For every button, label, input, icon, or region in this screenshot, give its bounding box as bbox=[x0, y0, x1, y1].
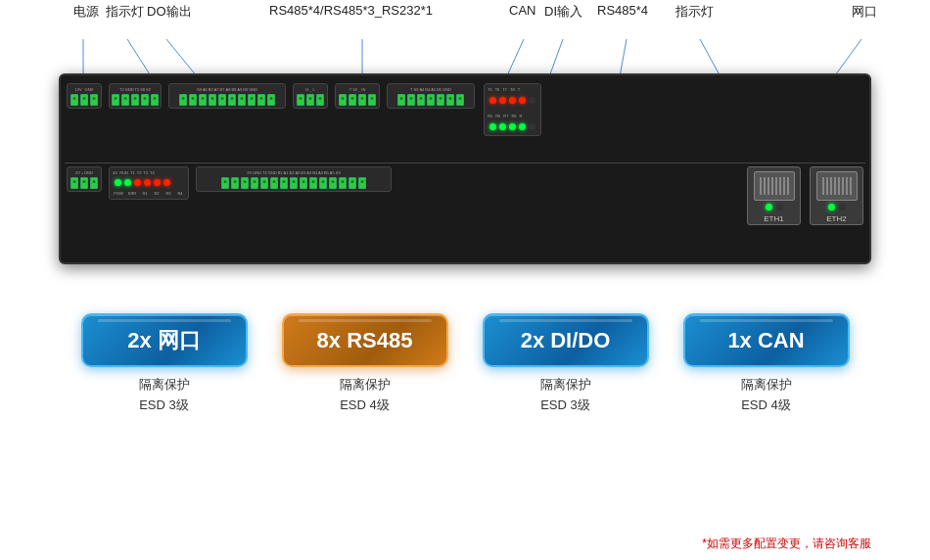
pin bbox=[248, 94, 256, 106]
led-t2 bbox=[144, 179, 151, 186]
eth2-port-lines bbox=[822, 177, 852, 195]
pin bbox=[309, 177, 317, 189]
di-terminal: T S2 _ IN bbox=[335, 83, 380, 109]
led-t8 bbox=[519, 97, 526, 104]
pin bbox=[241, 177, 249, 189]
led-t4 bbox=[163, 179, 170, 186]
card-text-dido: 隔离保护 ESD 3级 bbox=[540, 375, 591, 416]
label-indicator2: 指示灯 bbox=[675, 3, 714, 21]
pin bbox=[231, 177, 239, 189]
card-can: 1x CAN 隔离保护 ESD 4级 bbox=[675, 313, 857, 416]
eth1-led1 bbox=[766, 204, 772, 210]
eth1-leds bbox=[766, 204, 783, 210]
pin bbox=[257, 94, 265, 106]
rs485-group1-terminal: S9 A6 B6 A7 B7 A8 B8 A9 B9 GND bbox=[168, 83, 286, 109]
pin bbox=[238, 94, 246, 106]
card-network: 2x 网口 隔离保护 ESD 3级 bbox=[73, 313, 255, 416]
led-t bbox=[529, 97, 535, 104]
pin bbox=[70, 94, 78, 106]
led-panel-top: T5 T6 T7 T8 T R5 R6 R7 bbox=[484, 83, 541, 136]
label-do-out: DO输出 bbox=[147, 3, 192, 21]
pin bbox=[179, 94, 187, 106]
card-badge-network: 2x 网口 bbox=[81, 313, 248, 367]
card-dido: 2x DI/DO 隔离保护 ESD 3级 bbox=[475, 313, 656, 416]
top-labels-area: 电源 指示灯 DO输出 RS485*4/RS485*3_RS232*1 CAN … bbox=[0, 0, 930, 59]
pin bbox=[339, 94, 347, 106]
pin bbox=[112, 94, 119, 106]
power-terminal: 12V GND bbox=[67, 83, 102, 109]
pin bbox=[358, 94, 366, 106]
led-r bbox=[529, 123, 535, 130]
led-t7 bbox=[509, 97, 516, 104]
pin bbox=[397, 94, 405, 106]
led-r5 bbox=[489, 123, 496, 130]
device-box: 12V GND T2 GND T5 S8 S2 bbox=[59, 73, 871, 264]
label-rs485-combo: RS485*4/RS485*3_RS232*1 bbox=[269, 3, 433, 18]
rs485-bottom-terminal: 2V GND T2 GND B1 A1 B2 A2 B3 A3 B4 A4 B5… bbox=[196, 166, 392, 192]
device-bottom-row: 2V ⏚ GND 4G RUN T1 T2 T3 T4 bbox=[67, 166, 863, 245]
eth1-port-lines bbox=[760, 177, 789, 195]
pin bbox=[339, 177, 347, 189]
pin bbox=[221, 177, 229, 189]
pin bbox=[80, 177, 88, 189]
led-t3 bbox=[154, 179, 161, 186]
bottom-note: *如需更多配置变更，请咨询客服 bbox=[702, 536, 871, 552]
eth2-led1 bbox=[828, 204, 835, 210]
pin bbox=[131, 94, 139, 106]
label-power: 电源 bbox=[73, 3, 99, 21]
pin bbox=[427, 94, 435, 106]
eth2-led2 bbox=[839, 204, 846, 210]
card-text-rs485: 隔离保护 ESD 4级 bbox=[340, 375, 391, 416]
power-terminal-bottom: 2V ⏚ GND bbox=[67, 166, 102, 192]
card-badge-dido: 2x DI/DO bbox=[483, 313, 649, 367]
pin bbox=[251, 177, 258, 189]
eth2-port: ETH2 bbox=[810, 166, 863, 225]
can-terminal: H _ L bbox=[293, 83, 328, 109]
label-can: CAN bbox=[509, 3, 535, 18]
pin bbox=[306, 94, 314, 106]
eth2-label: ETH2 bbox=[826, 214, 846, 223]
eth2-leds bbox=[828, 204, 846, 210]
device-separator bbox=[65, 163, 865, 163]
led-r7 bbox=[509, 123, 516, 130]
pin bbox=[349, 94, 356, 106]
pin bbox=[189, 94, 197, 106]
pin bbox=[417, 94, 425, 106]
pin bbox=[80, 94, 88, 106]
pin bbox=[267, 94, 275, 106]
pin bbox=[456, 94, 464, 106]
led-t5 bbox=[489, 97, 496, 104]
pin bbox=[218, 94, 226, 106]
led-r8 bbox=[519, 123, 526, 130]
pin bbox=[280, 177, 288, 189]
led-t1 bbox=[134, 179, 141, 186]
pin bbox=[368, 94, 376, 106]
card-text-can: 隔离保护 ESD 4级 bbox=[741, 375, 792, 416]
pin bbox=[270, 177, 278, 189]
label-net-port: 网口 bbox=[852, 3, 877, 21]
eth1-port: ETH1 bbox=[747, 166, 801, 225]
eth1-label: ETH1 bbox=[764, 214, 783, 223]
pin bbox=[90, 177, 98, 189]
device-area: 12V GND T2 GND T5 S8 S2 bbox=[59, 59, 871, 284]
led-4g bbox=[115, 179, 121, 186]
card-badge-can: 1x CAN bbox=[683, 313, 850, 367]
eth2-connector bbox=[816, 171, 858, 201]
card-badge-rs485: 8x RS485 bbox=[282, 313, 448, 367]
led-indicator-block: 4G RUN T1 T2 T3 T4 P bbox=[109, 166, 189, 200]
eth1-connector bbox=[754, 171, 795, 201]
pin bbox=[228, 94, 236, 106]
card-text-network: 隔离保护 ESD 3级 bbox=[139, 375, 190, 416]
pin bbox=[199, 94, 207, 106]
pin bbox=[358, 177, 366, 189]
cards-area: 2x 网口 隔离保护 ESD 3级 8x RS485 隔离保护 ESD 4级 2… bbox=[59, 313, 871, 416]
pin bbox=[90, 94, 98, 106]
rs485-group2-terminal: T S9 A4 B4 A5 B5 GND bbox=[387, 83, 475, 109]
pin bbox=[349, 177, 356, 189]
pin bbox=[260, 177, 268, 189]
pin bbox=[121, 94, 129, 106]
led-run bbox=[124, 179, 131, 186]
label-di-in: DI输入 bbox=[544, 3, 582, 21]
card-rs485: 8x RS485 隔离保护 ESD 4级 bbox=[274, 313, 455, 416]
label-indicator1: 指示灯 bbox=[106, 3, 144, 21]
